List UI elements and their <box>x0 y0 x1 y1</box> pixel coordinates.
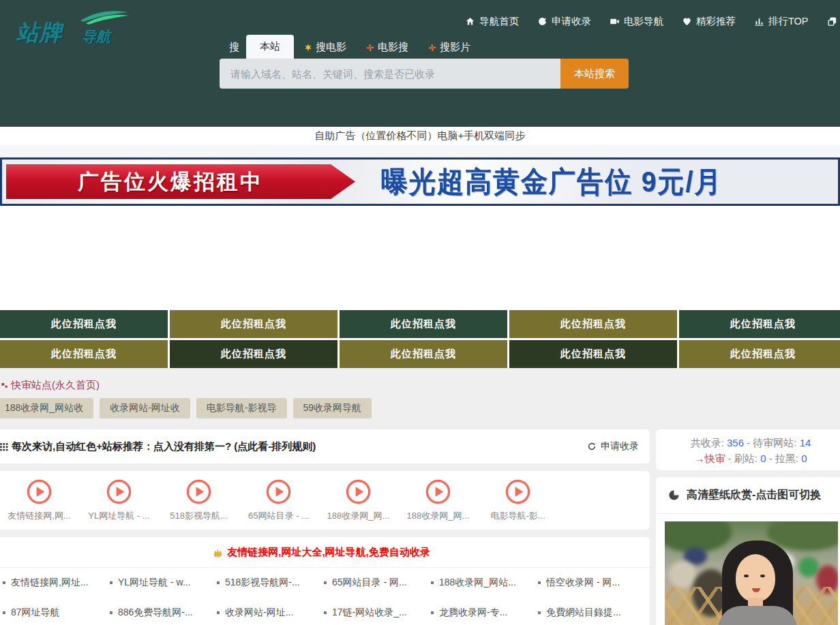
link-item[interactable]: 免費網站目錄提... <box>538 598 645 625</box>
ad-slot[interactable]: 此位招租点我 <box>509 310 677 338</box>
fast-review-tag[interactable]: 收录网站-网址收 <box>100 398 190 418</box>
photo-eye <box>760 575 765 577</box>
stats-panel: 共收录: 356 - 待审网站: 14 →快审 - 刷站: 0 - 拉黑: 0 <box>656 429 840 470</box>
ad-slot[interactable]: 此位招租点我 <box>170 340 338 368</box>
link-item[interactable]: 188收录网_网站... <box>431 568 538 598</box>
empty-ad-area <box>0 206 840 310</box>
nav-home[interactable]: 导航首页 <box>465 15 519 28</box>
link-item[interactable]: 65网站目录 - 网... <box>324 568 431 598</box>
link-item[interactable]: 龙腾收录网-专... <box>431 598 538 625</box>
spacer <box>0 145 840 157</box>
link-label: 友情链接网,网址... <box>11 577 89 589</box>
site-logo[interactable]: 站牌 导航 <box>16 8 132 49</box>
nav-source[interactable]: 本站源码 <box>827 15 840 28</box>
ad-slot[interactable]: 此位招租点我 <box>679 310 840 338</box>
recommend-header[interactable]: 每次来访,自动红色+站标推荐：点入没有排第一? (点此看-排列规则) <box>0 440 316 453</box>
fast-review-title[interactable]: 快审站点(永久首页) <box>0 379 100 392</box>
stats-brush-label: - 刷站: <box>725 453 760 464</box>
stats-brush-value: 0 <box>760 453 766 464</box>
recommend-site[interactable]: YL网址导航 - ... <box>79 478 159 522</box>
recommend-site-label: 518影视导航... <box>170 510 228 522</box>
recommend-site[interactable]: 65网站目录 - ... <box>239 478 318 522</box>
link-label: 886免费导航网-... <box>118 607 193 619</box>
wallpaper-title: 高清壁纸欣赏-点击图可切换 <box>687 488 821 502</box>
fast-review-link[interactable]: →快审 <box>694 453 725 464</box>
recommend-site[interactable]: 电影导航-影... <box>478 478 558 522</box>
bullet-icon <box>217 581 220 584</box>
search-tabs: 搜 本站 搜电影 电影搜 搜影片 <box>220 37 629 59</box>
recommend-site[interactable]: 友情链接网,网... <box>0 478 79 522</box>
recommend-header-label: 每次来访,自动红色+站标推荐：点入没有排第一? (点此看-排列规则) <box>12 440 316 453</box>
links-panel-title-label: 友情链接网,网址大全,网址导航,免费自动收录 <box>227 546 430 559</box>
ad-slot[interactable]: 此位招租点我 <box>679 340 840 368</box>
nav-movies[interactable]: 电影导航 <box>610 15 663 28</box>
wallpaper-header: 高清壁纸欣赏-点击图可切换 <box>656 477 840 514</box>
fast-review-tags: 188收录网_网站收 收录网站-网址收 电影导航-影视导 59收录网导航 <box>0 398 372 418</box>
apply-inclusion-label: 申请收录 <box>601 440 639 453</box>
ad-slot-grid: 此位招租点我 此位招租点我 此位招租点我 此位招租点我 此位招租点我 此位招租点… <box>0 310 840 368</box>
bullet-icon <box>324 581 327 584</box>
link-label: 188收录网_网站... <box>439 577 516 589</box>
recommend-site[interactable]: 518影视导航... <box>159 478 239 522</box>
fast-review-tag[interactable]: 188收录网_网站收 <box>0 398 93 418</box>
link-item[interactable]: 17链-网站收录_... <box>324 598 431 625</box>
link-item[interactable]: 悟空收录网 - 网... <box>538 568 645 598</box>
play-icon <box>106 478 132 505</box>
ad-banner[interactable]: 广告位火爆招租中 曝光超高黄金广告位 9元/月 <box>0 157 840 206</box>
search-bar: 本站搜索 <box>220 59 629 89</box>
link-label: 87网址导航 <box>11 607 60 619</box>
link-label: 龙腾收录网-专... <box>439 607 507 619</box>
window-icon <box>827 16 837 27</box>
ad-slot[interactable]: 此位招租点我 <box>340 310 507 338</box>
tab-label: 搜 <box>229 41 239 54</box>
search-tab-sou-film[interactable]: 搜影片 <box>418 36 480 59</box>
play-icon <box>185 478 212 505</box>
recommend-header-panel: 每次来访,自动红色+站标推荐：点入没有排第一? (点此看-排列规则) 申请收录 <box>0 429 650 463</box>
apply-inclusion-link[interactable]: 申请收录 <box>587 440 639 453</box>
nav-apply-label: 申请收录 <box>552 15 591 28</box>
search-input[interactable] <box>220 59 560 89</box>
recommend-site[interactable]: 188收录网_网... <box>398 478 478 522</box>
grid-dots-icon <box>0 442 8 451</box>
search-tab-sou[interactable]: 搜 <box>220 36 246 59</box>
links-panel-title[interactable]: 友情链接网,网址大全,网址导航,免费自动收录 <box>0 537 650 568</box>
link-label: YL网址导航 - w... <box>118 577 191 589</box>
nav-featured[interactable]: 精彩推荐 <box>682 15 736 28</box>
nav-ranking[interactable]: 排行TOP <box>754 15 809 28</box>
fast-review-tag[interactable]: 59收录网导航 <box>293 398 372 418</box>
logo-swoosh-icon <box>76 10 130 26</box>
ad-slot[interactable]: 此位招租点我 <box>170 310 338 338</box>
link-item[interactable]: 收录网站-网址... <box>217 598 324 625</box>
stats-black-label: - 拉黑: <box>766 453 802 464</box>
main-content: 每次来访,自动红色+站标推荐：点入没有排第一? (点此看-排列规则) 申请收录 … <box>0 429 650 625</box>
search-tab-sou-movie[interactable]: 搜电影 <box>294 36 356 59</box>
nav-ranking-label: 排行TOP <box>768 15 809 28</box>
ad-slot[interactable]: 此位招租点我 <box>0 340 168 368</box>
fast-review-tag[interactable]: 电影导航-影视导 <box>196 398 287 418</box>
nav-apply[interactable]: 申请收录 <box>537 15 591 28</box>
tab-label: 电影搜 <box>378 41 408 54</box>
fast-review-section: 快审站点(永久首页) 188收录网_网站收 收录网站-网址收 电影导航-影视导 … <box>0 368 840 429</box>
links-grid: 友情链接网,网址... YL网址导航 - w... 518影视导航网-... 6… <box>0 568 650 625</box>
link-item[interactable]: 87网址导航 <box>3 598 110 625</box>
link-item[interactable]: 518影视导航网-... <box>217 568 324 598</box>
link-item[interactable]: 886免费导航网-... <box>110 598 217 625</box>
link-item[interactable]: 友情链接网,网址... <box>3 568 110 598</box>
recommend-site[interactable]: 188收录网_网... <box>318 478 398 522</box>
banner-headline: 曝光超高黄金广告位 9元/月 <box>381 165 763 199</box>
refresh-icon <box>587 442 597 451</box>
bullet-icon <box>431 581 434 584</box>
play-icon <box>505 478 531 505</box>
ad-slot[interactable]: 此位招租点我 <box>0 310 168 338</box>
stats-total-label: 共收录: <box>691 437 727 448</box>
search-tab-this-site[interactable]: 本站 <box>246 35 294 59</box>
link-item[interactable]: YL网址导航 - w... <box>110 568 217 598</box>
pinwheel-icon <box>427 43 437 52</box>
ad-slot[interactable]: 此位招租点我 <box>340 340 507 368</box>
ad-slot[interactable]: 此位招租点我 <box>509 340 677 368</box>
search-button[interactable]: 本站搜索 <box>560 59 629 89</box>
bullet-icon <box>110 581 112 584</box>
wallpaper-photo[interactable] <box>665 521 838 625</box>
photo-eye <box>744 575 749 577</box>
search-tab-movie-sou[interactable]: 电影搜 <box>356 36 418 59</box>
